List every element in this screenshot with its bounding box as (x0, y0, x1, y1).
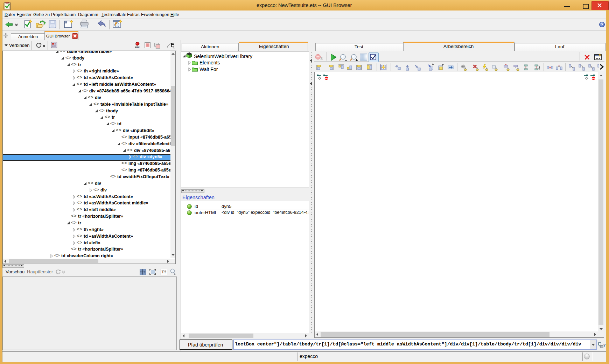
svg-text:REC: REC (135, 46, 140, 48)
svg-text:?: ? (558, 64, 560, 67)
svg-text:T?: T? (162, 270, 167, 274)
svg-text:?: ? (603, 343, 606, 348)
svg-text:?: ? (601, 22, 603, 27)
